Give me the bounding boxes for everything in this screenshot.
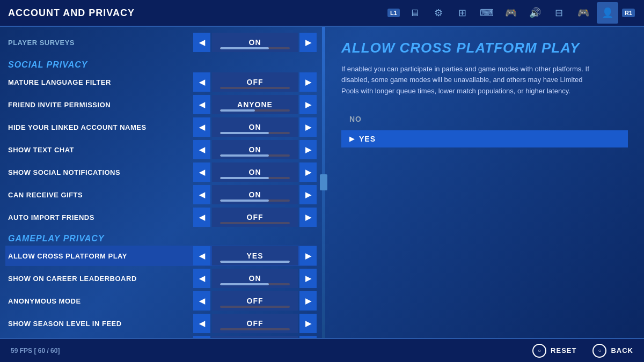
- option-yes-label: YES: [359, 135, 376, 143]
- mature-language-right-btn[interactable]: ▶: [299, 72, 317, 92]
- right-arrow-icon: ▶: [305, 252, 311, 260]
- left-arrow-icon: ◀: [199, 100, 205, 109]
- nav-icon-sound[interactable]: 🔊: [524, 2, 546, 24]
- left-arrow-icon: ◀: [199, 168, 205, 176]
- left-arrow-icon: ◀: [199, 190, 205, 199]
- friend-invite-permission-label: FRIEND INVITE PERMISSION: [5, 101, 193, 109]
- show-career-left-btn[interactable]: ◀: [193, 269, 210, 288]
- right-arrow-icon: ▶: [305, 319, 311, 328]
- nav-icon-network[interactable]: ⊟: [548, 2, 570, 24]
- show-career-value-box: ON: [212, 269, 298, 288]
- show-on-career-leaderboard-label: SHOW ON CAREER LEADERBOARD: [5, 275, 193, 283]
- auto-import-friends-left-btn[interactable]: ◀: [193, 208, 210, 227]
- nav-icon-controller1[interactable]: 🎮: [500, 2, 522, 24]
- hide-linked-right-btn[interactable]: ▶: [299, 117, 317, 137]
- option-yes[interactable]: ▶ YES: [341, 130, 628, 147]
- friend-invite-right-btn[interactable]: ▶: [299, 95, 317, 114]
- nav-icon-monitor[interactable]: 🖥: [404, 2, 425, 24]
- show-season-level-right-btn[interactable]: ▶: [299, 314, 317, 333]
- left-arrow-icon: ◀: [199, 252, 205, 260]
- can-receive-gifts-right-btn[interactable]: ▶: [299, 185, 317, 204]
- show-text-chat-left-btn[interactable]: ◀: [193, 140, 210, 159]
- show-social-notifications-slider: [220, 177, 290, 179]
- player-surveys-row: PLAYER SURVEYS ◀ ON ▶: [5, 32, 317, 53]
- hide-linked-slider: [220, 132, 290, 134]
- show-text-chat-row: SHOW TEXT CHAT ◀ ON ▶: [5, 139, 317, 160]
- auto-import-friends-control: ◀ OFF ▶: [193, 208, 317, 227]
- left-arrow-icon: ◀: [199, 145, 205, 154]
- nav-icon-user[interactable]: 👤: [597, 2, 618, 24]
- player-surveys-right-btn[interactable]: ▶: [299, 33, 317, 52]
- show-text-chat-right-btn[interactable]: ▶: [299, 140, 317, 159]
- can-receive-gifts-control: ◀ ON ▶: [193, 185, 317, 204]
- allow-cross-platform-row[interactable]: ALLOW CROSS PLATFORM PLAY ◀ YES ▶: [5, 246, 317, 266]
- anonymous-mode-slider: [220, 306, 290, 308]
- show-social-notifications-value-box: ON: [212, 162, 298, 182]
- social-privacy-header: SOCIAL PRIVACY: [5, 56, 317, 72]
- mature-language-value: OFF: [247, 78, 264, 86]
- hide-linked-left-btn[interactable]: ◀: [193, 117, 210, 137]
- r1-badge: R1: [622, 9, 635, 17]
- bottom-actions-group: ○ RESET ○ BACK: [532, 344, 633, 358]
- allow-cross-platform-value: YES: [246, 252, 263, 260]
- hide-linked-accounts-row: HIDE YOUR LINKED ACCOUNT NAMES ◀ ON ▶: [5, 117, 317, 137]
- anonymous-mode-value-box: OFF: [212, 291, 298, 311]
- right-arrow-icon: ▶: [305, 213, 311, 221]
- player-surveys-left-btn[interactable]: ◀: [193, 33, 210, 52]
- show-season-level-left-btn[interactable]: ◀: [193, 314, 210, 333]
- bottom-bar: 59 FPS [ 60 / 60] ○ RESET ○ BACK: [0, 338, 644, 362]
- anonymous-mode-row: ANONYMOUS MODE ◀ OFF ▶: [5, 291, 317, 311]
- show-social-notifications-right-btn[interactable]: ▶: [299, 162, 317, 182]
- auto-import-friends-right-btn[interactable]: ▶: [299, 208, 317, 227]
- slider-fill: [220, 283, 269, 285]
- right-arrow-icon: ▶: [305, 38, 311, 47]
- slider-fill: [220, 109, 255, 112]
- option-no-label: NO: [349, 115, 362, 123]
- option-no[interactable]: NO: [341, 110, 628, 128]
- page-title: ACCOUNT AND PRIVACY: [8, 8, 386, 19]
- left-arrow-icon: ◀: [199, 38, 205, 47]
- friend-invite-value: ANYONE: [237, 100, 273, 109]
- fps-value: 59 FPS: [11, 347, 32, 354]
- can-receive-gifts-left-btn[interactable]: ◀: [193, 185, 210, 204]
- anonymous-mode-left-btn[interactable]: ◀: [193, 291, 210, 311]
- left-arrow-icon: ◀: [199, 213, 205, 221]
- show-season-level-value-box: OFF: [212, 314, 298, 333]
- left-arrow-icon: ◀: [199, 297, 205, 305]
- show-on-career-leaderboard-row: SHOW ON CAREER LEADERBOARD ◀ ON ▶: [5, 268, 317, 289]
- anonymous-mode-value: OFF: [247, 297, 264, 305]
- mature-language-slider: [220, 87, 290, 89]
- player-surveys-value: ON: [249, 38, 261, 47]
- reset-action[interactable]: ○ RESET: [532, 344, 576, 358]
- nav-icon-settings[interactable]: ⚙: [428, 2, 449, 24]
- allow-cross-platform-label: ALLOW CROSS PLATFORM PLAY: [5, 252, 193, 260]
- show-career-right-btn[interactable]: ▶: [299, 269, 317, 288]
- settings-panel[interactable]: PLAYER SURVEYS ◀ ON ▶ SOCIAL PRIVACY: [0, 27, 322, 338]
- auto-import-friends-row: AUTO IMPORT FRIENDS ◀ OFF ▶: [5, 207, 317, 227]
- slider-fill: [220, 200, 269, 202]
- show-career-slider: [220, 283, 290, 285]
- slider-fill: [220, 177, 269, 179]
- allow-cross-platform-right-btn[interactable]: ▶: [299, 246, 317, 265]
- detail-description: If enabled you can participate in partie…: [341, 64, 599, 97]
- allow-cross-platform-left-btn[interactable]: ◀: [193, 246, 210, 265]
- right-arrow-icon: ▶: [305, 100, 311, 109]
- back-action[interactable]: ○ BACK: [592, 344, 633, 358]
- show-social-notifications-left-btn[interactable]: ◀: [193, 162, 210, 182]
- player-surveys-control: ◀ ON ▶: [193, 33, 317, 52]
- nav-icon-grid[interactable]: ⊞: [452, 2, 473, 24]
- player-surveys-label: PLAYER SURVEYS: [5, 39, 193, 47]
- hide-linked-control: ◀ ON ▶: [193, 117, 317, 137]
- allow-cross-platform-slider: [220, 261, 290, 263]
- anonymous-mode-right-btn[interactable]: ▶: [299, 291, 317, 311]
- show-social-notifications-row: SHOW SOCIAL NOTIFICATIONS ◀ ON ▶: [5, 162, 317, 182]
- mature-language-left-btn[interactable]: ◀: [193, 72, 210, 92]
- show-season-level-control: ◀ OFF ▶: [193, 314, 317, 333]
- hide-linked-value: ON: [249, 123, 261, 131]
- show-text-chat-value: ON: [249, 145, 261, 154]
- nav-icon-controller2[interactable]: 🎮: [573, 2, 594, 24]
- friend-invite-left-btn[interactable]: ◀: [193, 95, 210, 114]
- can-receive-gifts-label: CAN RECEIVE GIFTS: [5, 191, 193, 199]
- nav-icon-keyboard[interactable]: ⌨: [476, 2, 497, 24]
- allow-cross-platform-value-box: YES: [212, 246, 298, 265]
